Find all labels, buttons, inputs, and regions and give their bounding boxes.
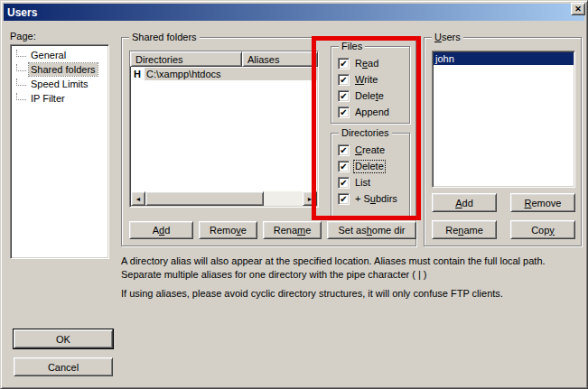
scrollbar-track[interactable] [264, 191, 303, 206]
users-dialog: Users ✕ Page: General Shared folders Spe… [0, 0, 588, 389]
page-item-shared-folders[interactable]: Shared folders [11, 62, 108, 77]
page-item-speed-limits[interactable]: Speed Limits [11, 77, 108, 91]
tree-branch-icon [16, 93, 26, 100]
alias-note-2: If using aliases, please avoid cyclic di… [121, 287, 582, 301]
ok-button[interactable]: OK [14, 329, 113, 348]
directory-cell: C:\xampp\htdocs [145, 68, 318, 80]
window-title: Users [7, 6, 37, 19]
annotation-highlight-box [312, 36, 421, 220]
horizontal-scrollbar[interactable]: ◄ ► [131, 191, 317, 206]
rename-user-button[interactable]: Rename [432, 220, 497, 239]
rename-folder-button[interactable]: Rename [263, 221, 322, 239]
cancel-button[interactable]: Cancel [14, 357, 113, 376]
tree-branch-icon [16, 64, 26, 71]
title-bar[interactable]: Users [4, 4, 584, 21]
add-user-button[interactable]: Add [432, 193, 497, 212]
remove-folder-button[interactable]: Remove [199, 221, 257, 239]
column-header-directories[interactable]: Directories [130, 51, 242, 67]
page-label: Page: [10, 31, 36, 42]
add-folder-button[interactable]: Add [129, 221, 193, 239]
directories-list: Directories Aliases H C:\xampp\htdocs ◄ … [129, 51, 319, 208]
users-group-label: Users [432, 31, 463, 43]
alias-notes: A directory alias will also appear at th… [121, 255, 582, 301]
close-icon[interactable]: ✕ [571, 3, 585, 15]
set-home-dir-button[interactable]: Set as home dir [327, 221, 416, 239]
alias-note-1: A directory alias will also appear at th… [121, 255, 582, 282]
table-row[interactable]: H C:\xampp\htdocs [130, 67, 318, 80]
home-dir-marker: H [130, 69, 145, 79]
user-list-item[interactable]: john [434, 52, 574, 65]
copy-user-button[interactable]: Copy [510, 220, 575, 239]
page-item-general[interactable]: General [11, 48, 108, 62]
tree-branch-icon [16, 50, 26, 57]
scroll-left-icon[interactable]: ◄ [131, 191, 145, 206]
page-list: General Shared folders Speed Limits IP F… [10, 44, 109, 259]
list-header: Directories Aliases [130, 51, 318, 67]
column-header-aliases[interactable]: Aliases [242, 51, 318, 67]
shared-folders-group-label: Shared folders [129, 31, 200, 43]
tree-branch-icon [16, 79, 26, 86]
page-item-ip-filter[interactable]: IP Filter [11, 91, 108, 106]
remove-user-button[interactable]: Remove [510, 193, 575, 212]
scrollbar-thumb[interactable] [145, 191, 264, 206]
users-group: Users john Add Remove Rename Copy [424, 37, 582, 246]
users-list: john [432, 51, 575, 188]
